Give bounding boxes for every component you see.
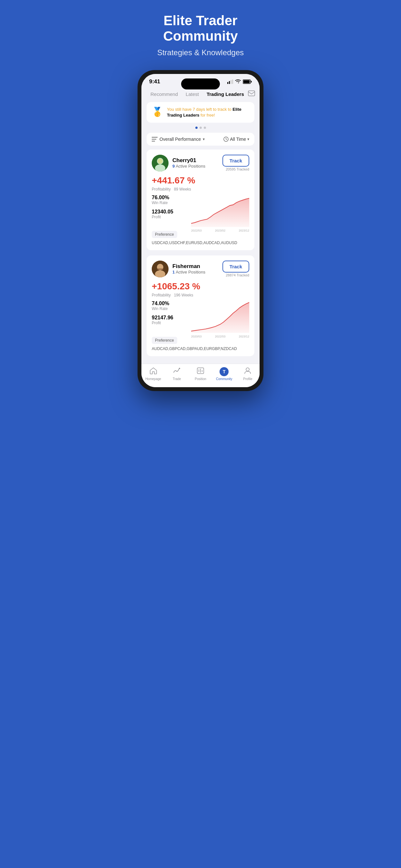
svg-rect-7: [248, 91, 255, 96]
preference-badge-cherry01: Preference: [152, 231, 177, 238]
svg-rect-5: [243, 80, 250, 83]
time-label: All Time: [230, 136, 246, 142]
dot-2: [204, 127, 206, 129]
svg-rect-3: [232, 80, 233, 84]
trader-name-cherry01: Cherry01: [173, 157, 222, 164]
nav-tabs: Recommend Latest Trading Leaders: [142, 88, 259, 102]
profitability-fisherman: Profitability 196 Weeks: [152, 293, 249, 298]
win-rate-cherry01: 76.00% Win Rate: [152, 195, 187, 205]
profit-pct-fisherman: +1065.23 %: [152, 281, 249, 291]
trader-card-fisherman: Fisherman 1 Active Positions Track 28874…: [147, 255, 254, 356]
main-content: 🥇 You still have 7 days left to track to…: [142, 102, 259, 387]
trader-name-fisherman: Fisherman: [173, 263, 222, 270]
trader-card-cherry01: Cherry01 9 Active Positions Track 20595 …: [147, 150, 254, 250]
preference-row-fisherman: Preference AUDCAD,GBPCAD,GBPAUD,EURGBP,N…: [152, 337, 249, 351]
sort-icon: [152, 136, 158, 142]
profit-fisherman: 92147.96 Profit: [152, 315, 187, 325]
tracked-count-fisherman: 28874 Tracked: [226, 273, 249, 277]
banner-text: You still have 7 days left to track to E…: [167, 106, 249, 118]
wifi-icon: [235, 80, 241, 84]
profile-icon: [244, 367, 251, 376]
phone-mockup: 9:41: [137, 70, 264, 391]
stats-chart-row-cherry01: 76.00% Win Rate 12340.05 Profit: [152, 195, 249, 227]
time-chevron-icon: ▾: [247, 137, 249, 142]
profit-pct-cherry01: +441.67 %: [152, 175, 249, 186]
tab-recommend[interactable]: Recommend: [147, 90, 182, 98]
position-icon: [197, 367, 204, 376]
trader-header-cherry01: Cherry01 9 Active Positions Track 20595 …: [152, 155, 249, 172]
status-time: 9:41: [149, 79, 160, 85]
preference-badge-fisherman: Preference: [152, 337, 177, 344]
svg-point-17: [158, 159, 163, 164]
bottom-nav: Homepage Trade: [142, 364, 259, 387]
stats-col-fisherman: 74.00% Win Rate 92147.96 Profit: [152, 301, 187, 329]
tracked-count-cherry01: 20595 Tracked: [226, 167, 249, 171]
preference-pairs-cherry01: USDCAD,USDCHF,EURUSD,AUDCAD,AUDUSD: [152, 241, 237, 245]
profile-label: Profile: [243, 377, 252, 381]
svg-rect-6: [251, 81, 252, 82]
svg-rect-21: [157, 268, 163, 270]
preference-pairs-fisherman: AUDCAD,GBPCAD,GBPAUD,EURGBP,NZDCAD: [152, 346, 237, 351]
nav-trade[interactable]: Trade: [165, 367, 189, 381]
svg-point-27: [246, 368, 249, 371]
nav-community[interactable]: T Community: [212, 367, 236, 381]
trade-label: Trade: [173, 377, 181, 381]
profitability-cherry01: Profitability 89 Weeks: [152, 187, 249, 191]
avatar-fisherman: [152, 260, 168, 277]
hero-subtitle: Strategies & Knowledges: [157, 48, 244, 57]
trader-info-cherry01: Cherry01 9 Active Positions: [173, 157, 222, 168]
nav-homepage[interactable]: Homepage: [142, 367, 165, 381]
preference-row-cherry01: Preference USDCAD,USDCHF,EURUSD,AUDCAD,A…: [152, 231, 249, 245]
trader-positions-fisherman: 1 Active Positions: [173, 270, 222, 275]
dot-indicator: [142, 127, 259, 129]
chart-fisherman: 2020/03 2022/03 2023/12: [191, 301, 249, 333]
profit-cherry01: 12340.05 Profit: [152, 209, 187, 219]
homepage-icon: [150, 367, 157, 376]
hero-title: Elite TraderCommunity: [163, 13, 238, 44]
banner-card: 🥇 You still have 7 days left to track to…: [147, 102, 254, 123]
stats-col-cherry01: 76.00% Win Rate 12340.05 Profit: [152, 195, 187, 223]
chart-cherry01: 2022/03 2023/02 2023/12: [191, 195, 249, 227]
svg-rect-2: [230, 80, 232, 84]
trophy-icon: 🥇: [152, 106, 163, 117]
tab-trading-leaders[interactable]: Trading Leaders: [203, 90, 248, 98]
community-label: Community: [216, 377, 233, 381]
track-button-fisherman[interactable]: Track: [222, 260, 249, 273]
signal-icon: [227, 80, 233, 84]
community-icon: T: [220, 367, 228, 376]
trader-header-fisherman: Fisherman 1 Active Positions Track 28874…: [152, 260, 249, 277]
win-rate-fisherman: 74.00% Win Rate: [152, 301, 187, 311]
svg-line-13: [226, 139, 227, 140]
track-button-cherry01[interactable]: Track: [222, 155, 249, 166]
chevron-down-icon: ▾: [203, 137, 205, 142]
tab-latest[interactable]: Latest: [182, 90, 203, 98]
nav-profile[interactable]: Profile: [236, 367, 259, 381]
nav-position[interactable]: Position: [189, 367, 212, 381]
dot-active: [195, 127, 197, 129]
trader-info-fisherman: Fisherman 1 Active Positions: [173, 263, 222, 275]
time-filter[interactable]: All Time ▾: [223, 136, 249, 142]
mail-icon[interactable]: [248, 90, 255, 98]
battery-icon: [243, 80, 252, 84]
filter-row: Overall Performance ▾ All Time ▾: [147, 133, 254, 146]
avatar-cherry01: [152, 155, 168, 172]
dynamic-island: [181, 79, 220, 89]
stats-chart-row-fisherman: 74.00% Win Rate 92147.96 Profit: [152, 301, 249, 333]
clock-icon: [223, 136, 228, 142]
trade-icon: [173, 367, 181, 376]
dot-1: [199, 127, 202, 129]
svg-rect-1: [229, 81, 230, 84]
status-icons: [227, 80, 252, 84]
svg-rect-0: [227, 82, 228, 84]
position-label: Position: [195, 377, 206, 381]
trader-positions-cherry01: 9 Active Positions: [173, 164, 222, 168]
performance-filter[interactable]: Overall Performance ▾: [152, 136, 205, 142]
performance-label: Overall Performance: [159, 136, 201, 142]
homepage-label: Homepage: [145, 377, 161, 381]
svg-point-22: [179, 368, 180, 369]
